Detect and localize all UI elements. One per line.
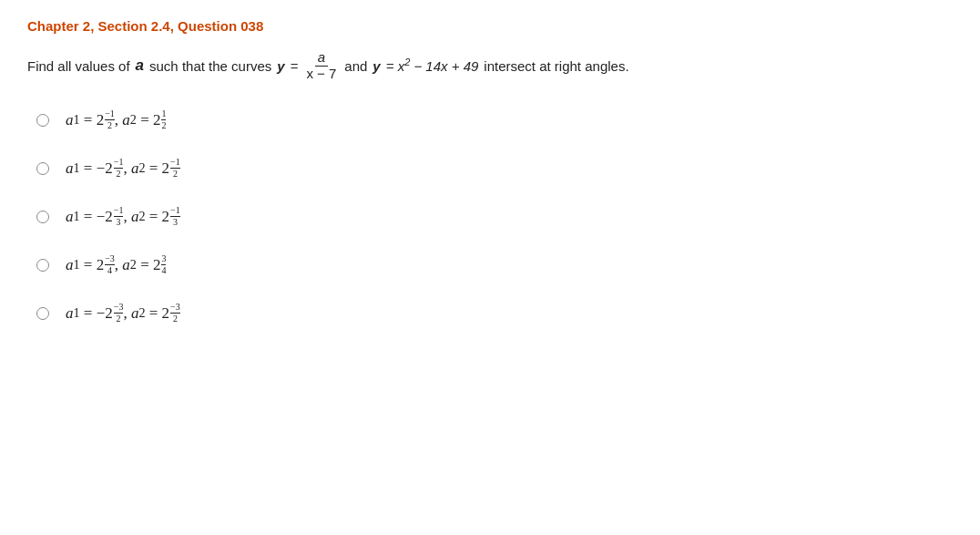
eq2: = x2 − 14x + 49 (386, 58, 479, 74)
radio-option-3[interactable] (36, 211, 49, 223)
equals-1: = (291, 58, 299, 74)
question-prefix: Find all values of (27, 58, 130, 74)
question-suffix: intersect at right angles. (484, 58, 628, 74)
radio-option-1[interactable] (36, 114, 49, 127)
option-row-1[interactable]: a1 = 2−12, a2 = 212 (36, 108, 953, 131)
question-middle: such that the curves (149, 58, 271, 74)
options-container: a1 = 2−12, a2 = 212 a1 = −2−12, a2 = 2−1… (36, 108, 953, 324)
y-label-1: y (277, 58, 284, 74)
question-line: Find all values of a such that the curve… (27, 50, 953, 81)
option-text-3: a1 = −2−13, a2 = 2−13 (66, 205, 180, 228)
radio-option-2[interactable] (36, 162, 49, 175)
variable-a: a (136, 57, 144, 75)
fraction-eq1: a x − 7 (303, 50, 339, 81)
y-label-2: y (373, 58, 380, 74)
fraction-numerator: a (315, 50, 328, 67)
option-row-3[interactable]: a1 = −2−13, a2 = 2−13 (36, 205, 953, 228)
radio-option-4[interactable] (36, 259, 49, 272)
option-row-2[interactable]: a1 = −2−12, a2 = 2−12 (36, 157, 953, 180)
radio-option-5[interactable] (36, 307, 49, 320)
option-row-4[interactable]: a1 = 2−34, a2 = 234 (36, 253, 953, 276)
option-text-4: a1 = 2−34, a2 = 234 (66, 253, 166, 276)
fraction-denominator: x − 7 (303, 67, 339, 82)
option-row-5[interactable]: a1 = −2−32, a2 = 2−32 (36, 302, 953, 324)
option-text-2: a1 = −2−12, a2 = 2−12 (66, 157, 180, 180)
option-text-1: a1 = 2−12, a2 = 212 (66, 108, 166, 131)
option-text-5: a1 = −2−32, a2 = 2−32 (66, 302, 180, 324)
connector: and (344, 58, 367, 74)
chapter-title: Chapter 2, Section 2.4, Question 038 (27, 18, 953, 34)
